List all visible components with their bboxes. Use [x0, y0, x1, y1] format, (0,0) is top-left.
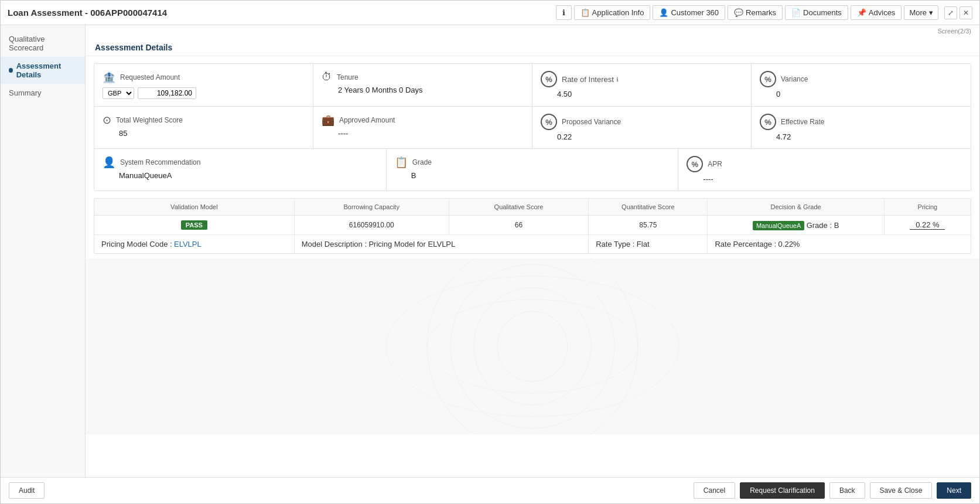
table-row: PASS 616059910.00 66 85.75 ManualQueueA …	[94, 216, 971, 235]
grade-b-value: B	[834, 221, 839, 230]
sidebar-item-qualitative-scorecard[interactable]: Qualitative Scorecard	[1, 30, 85, 57]
documents-button[interactable]: 📄 Documents	[785, 5, 848, 20]
requested-amount-card: 🏦 Requested Amount GBP	[94, 64, 313, 106]
sidebar-item-summary[interactable]: Summary	[1, 84, 85, 102]
rate-info-icon[interactable]: ℹ	[616, 76, 619, 83]
system-recommendation-value: ManualQueueA	[103, 171, 378, 180]
col-pricing: Pricing	[884, 199, 971, 216]
rate-type-label: Rate Type :	[596, 240, 634, 248]
proposed-variance-title: Proposed Variance	[562, 118, 621, 126]
model-description-cell: Model Description : Pricing Model for EL…	[294, 235, 588, 254]
more-button[interactable]: More ▾	[904, 5, 938, 20]
rate-of-interest-title: Rate of Interest ℹ	[562, 75, 619, 84]
tenure-value: 2 Years 0 Months 0 Days	[322, 86, 524, 94]
main-content: Qualitative Scorecard Assessment Details…	[1, 25, 979, 477]
screen-label: Screen(2/3)	[86, 25, 979, 37]
cancel-button[interactable]: Cancel	[694, 482, 735, 499]
rate-percentage-value: 0.22%	[778, 240, 800, 248]
pricing-model-code-value[interactable]: ELVLPL	[174, 240, 202, 248]
clock-icon: ⏱	[322, 71, 332, 83]
rate-percentage-cell: Rate Percentage : 0.22%	[708, 235, 971, 254]
col-decision-grade: Decision & Grade	[708, 199, 884, 216]
rate-of-interest-value: 4.50	[541, 90, 743, 98]
svg-point-3	[497, 311, 568, 382]
effective-rate-title: Effective Rate	[781, 118, 824, 126]
rate-percentage-label: Rate Percentage :	[715, 240, 776, 248]
approved-amount-card: 💼 Approved Amount ----	[313, 107, 532, 148]
pricing-model-code-label: Pricing Model Code :	[101, 240, 172, 248]
cell-decision-grade: ManualQueueA Grade : B	[708, 216, 884, 235]
request-clarification-button[interactable]: Request Clarification	[740, 482, 825, 499]
rate-type-value: Flat	[637, 240, 650, 248]
person-circle-icon: 👤	[103, 156, 115, 169]
qualitative-scorecard-label: Qualitative Scorecard	[9, 35, 77, 52]
requested-amount-input[interactable]	[138, 87, 196, 99]
svg-point-5	[386, 276, 679, 417]
more-label: More	[909, 8, 927, 17]
document-icon: 📋	[581, 8, 590, 17]
assessment-table: Validation Model Borrowing Capacity Qual…	[94, 199, 971, 253]
percent-icon-pv: %	[541, 114, 557, 130]
back-button[interactable]: Back	[829, 482, 865, 499]
footer-right: Cancel Request Clarification Back Save &…	[694, 482, 971, 499]
footer-left: Audit	[9, 482, 45, 499]
remarks-button[interactable]: 💬 Remarks	[728, 5, 783, 20]
cell-borrowing-capacity: 616059910.00	[294, 216, 449, 235]
advices-button[interactable]: 📌 Advices	[851, 5, 902, 20]
footer: Audit Cancel Request Clarification Back …	[1, 477, 979, 503]
manual-queue-badge: ManualQueueA	[753, 221, 804, 230]
pass-badge: PASS	[181, 220, 207, 230]
col-borrowing-capacity: Borrowing Capacity	[294, 199, 449, 216]
grade-title: Grade	[412, 158, 432, 166]
next-button[interactable]: Next	[937, 482, 971, 499]
percent-icon-er: %	[760, 114, 776, 130]
col-qualitative-score: Qualitative Score	[449, 199, 589, 216]
title-bar-actions: ℹ 📋 Application Info 👤 Customer 360 💬 Re…	[556, 5, 972, 20]
advices-label: Advices	[869, 8, 896, 17]
app-title: Loan Assessment - 006APP000047414	[8, 8, 167, 18]
table-info-row: Pricing Model Code : ELVLPL Model Descri…	[94, 235, 971, 254]
tenure-title: Tenure	[337, 73, 358, 81]
variance-title: Variance	[781, 75, 808, 83]
assessment-details-label: Assessment Details	[16, 62, 77, 79]
grade-value: B	[395, 171, 670, 180]
customer-360-button[interactable]: 👤 Customer 360	[653, 5, 725, 20]
sidebar-item-assessment-details[interactable]: Assessment Details	[1, 57, 85, 84]
total-weighted-score-value: 85	[103, 129, 305, 138]
watermark-svg	[357, 258, 708, 434]
info-button[interactable]: ℹ	[556, 5, 572, 20]
close-button[interactable]: ✕	[959, 6, 972, 19]
percent-icon-variance: %	[760, 71, 776, 87]
grade-label: Grade :	[807, 221, 834, 230]
pin-icon: 📌	[857, 8, 866, 17]
system-recommendation-card: 👤 System Recommendation ManualQueueA	[94, 149, 387, 190]
info-icon: ℹ	[562, 8, 565, 17]
currency-select[interactable]: GBP	[103, 87, 134, 99]
expand-button[interactable]: ⤢	[944, 6, 957, 19]
sidebar: Qualitative Scorecard Assessment Details…	[1, 25, 86, 477]
percent-icon-apr: %	[687, 156, 703, 172]
effective-rate-value: 4.72	[760, 132, 962, 141]
apr-value: ----	[687, 175, 962, 183]
save-close-button[interactable]: Save & Close	[870, 482, 933, 499]
data-table-section: Validation Model Borrowing Capacity Qual…	[94, 198, 971, 254]
svg-point-2	[474, 288, 591, 405]
proposed-variance-card: % Proposed Variance 0.22	[532, 107, 752, 148]
summary-label: Summary	[9, 88, 42, 97]
title-bar: Loan Assessment - 006APP000047414 ℹ 📋 Ap…	[1, 1, 979, 25]
gauge-icon: ⊙	[103, 114, 111, 127]
active-indicator	[9, 68, 13, 73]
svg-point-0	[427, 258, 638, 434]
col-quantitative-score: Quantitative Score	[589, 199, 708, 216]
apr-card: % APR ----	[678, 149, 971, 190]
rate-type-cell: Rate Type : Flat	[589, 235, 708, 254]
cell-pricing: 0.22 %	[884, 216, 971, 235]
application-info-button[interactable]: 📋 Application Info	[574, 5, 651, 20]
audit-button[interactable]: Audit	[9, 482, 45, 499]
system-recommendation-title: System Recommendation	[120, 158, 200, 166]
grade-card: 📋 Grade B	[387, 149, 679, 190]
cards-container: 🏦 Requested Amount GBP	[94, 63, 971, 191]
cards-row-3: 👤 System Recommendation ManualQueueA 📋 G…	[94, 149, 971, 190]
col-validation-model: Validation Model	[94, 199, 294, 216]
file-icon: 📄	[791, 8, 801, 17]
